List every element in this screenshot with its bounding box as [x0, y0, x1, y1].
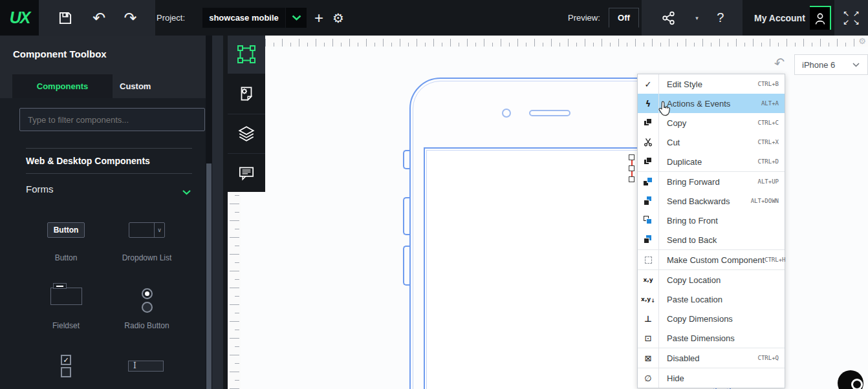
device-selector-value: iPhone 6 [802, 60, 835, 70]
send-to-back-icon [638, 230, 659, 249]
caret-down-icon: ▾ [695, 15, 699, 21]
menu-item-copy-dimensions[interactable]: ⊥ Copy Dimensions [638, 309, 785, 328]
share-icon [660, 10, 677, 26]
layers-button[interactable] [228, 114, 265, 154]
menu-item-bring-to-front[interactable]: Bring to Front [638, 211, 785, 230]
share-help-group: ▾ ? [642, 0, 743, 36]
undo-icon: ↶ [92, 9, 105, 26]
page-settings-button[interactable] [228, 74, 265, 114]
person-icon [814, 12, 827, 26]
menu-item-duplicate[interactable]: Duplicate CTRL+D [638, 152, 785, 171]
forms-group-label: Forms [26, 184, 54, 194]
component-radio-checked[interactable] [142, 288, 153, 299]
component-search [19, 108, 205, 131]
menu-item-send-to-back[interactable]: Send to Back [638, 230, 785, 249]
tab-custom[interactable]: Custom [113, 74, 184, 98]
redo-icon: ↷ [124, 9, 136, 26]
menu-item-cut[interactable]: Cut CTRL+X [638, 132, 785, 152]
horizontal-ruler: ⚙ [228, 36, 868, 47]
duplicate-icon [638, 152, 659, 171]
component-dropdown-list[interactable]: ∨ [129, 222, 165, 238]
component-label: Radio Button [107, 321, 187, 330]
tab-components[interactable]: Components [12, 74, 113, 98]
resize-handle[interactable] [629, 165, 635, 171]
component-checkbox-unchecked[interactable] [61, 367, 71, 377]
bring-to-front-icon [638, 211, 659, 230]
page-gear-icon [237, 84, 256, 103]
context-menu: ✓ Edit Style CTRL+B ϟ Actions & Events A… [637, 74, 785, 388]
my-account-link[interactable]: My Account [754, 0, 805, 36]
menu-item-edit-style[interactable]: ✓ Edit Style CTRL+B [638, 74, 785, 94]
component-checkbox-checked[interactable]: ✓ [61, 355, 71, 365]
forms-group-header[interactable]: Forms [26, 184, 192, 194]
gear-icon: ⚙ [332, 10, 344, 26]
scissors-icon [638, 132, 659, 152]
component-fieldset[interactable] [50, 288, 82, 305]
share-button[interactable] [660, 10, 677, 26]
component-label: Button [26, 253, 106, 262]
panel-scrollbar-thumb[interactable] [206, 163, 212, 389]
design-canvas[interactable]: ⚙ ↶ iPhone 6 ✓ Edi [228, 36, 868, 389]
comments-button[interactable] [228, 154, 265, 192]
divider [26, 173, 192, 174]
save-icon [57, 10, 74, 26]
fullscreen-icon: ↖↗ ↙↘ [842, 10, 861, 26]
component-radio-unchecked[interactable] [142, 302, 153, 313]
select-tool-button[interactable] [228, 36, 265, 74]
layers-icon [237, 124, 256, 143]
left-tool-strip [228, 36, 265, 192]
account-avatar[interactable] [810, 6, 831, 30]
panel-gap [212, 36, 223, 389]
device-selector[interactable]: iPhone 6 [794, 54, 868, 75]
menu-item-make-custom-component[interactable]: Make Custom Component CTRL+H [638, 250, 785, 269]
chat-widget-badge [851, 379, 863, 389]
plus-icon: + [314, 9, 323, 27]
menu-item-disabled[interactable]: ⊠ Disabled CTRL+Q [638, 348, 785, 368]
app-logo[interactable]: UX [0, 0, 39, 36]
copy-icon [638, 113, 659, 132]
mouse-cursor-hand [657, 101, 671, 121]
preview-toggle-value: Off [618, 13, 630, 23]
settings-button[interactable]: ⚙ [329, 0, 348, 36]
file-actions-group: ↶ ↷ [39, 0, 155, 36]
menu-item-send-backwards[interactable]: Send Backwards ALT+DOWN [638, 191, 785, 211]
phone-speaker [529, 110, 570, 116]
component-button[interactable]: Button [47, 222, 85, 238]
redo-button[interactable]: ↷ [124, 9, 136, 27]
disabled-icon: ⊠ [638, 348, 659, 368]
panel-scrollbar [206, 36, 212, 389]
menu-item-hide[interactable]: ∅ Hide [638, 368, 785, 388]
send-backwards-icon [638, 191, 659, 211]
select-tool-icon [236, 44, 257, 65]
menu-item-paste-dimensions[interactable]: ⊡ Paste Dimensions [638, 328, 785, 348]
component-search-input[interactable] [20, 115, 204, 125]
component-label: Dropdown List [107, 253, 187, 262]
uxpin-editor: UX ↶ ↷ Project: showcase mobile + ⚙ Prev… [0, 0, 868, 389]
phone-camera [502, 109, 511, 118]
rotate-canvas-icon[interactable]: ↶ [772, 54, 787, 72]
menu-item-copy-location[interactable]: x,y Copy Location [638, 270, 785, 289]
fullscreen-button[interactable]: ↖↗ ↙↘ [834, 0, 868, 36]
tab-components-label: Components [37, 81, 88, 91]
add-page-button[interactable]: + [310, 0, 327, 36]
project-select-value: showcase mobile [209, 13, 279, 23]
menu-item-paste-location[interactable]: x,y Paste Location [638, 289, 785, 309]
paste-location-icon: x,y [638, 289, 659, 309]
preview-label: Preview: [568, 0, 600, 36]
help-button[interactable]: ? [717, 10, 724, 25]
resize-handle[interactable] [629, 154, 635, 160]
preview-toggle[interactable]: Off [609, 8, 639, 28]
component-text-input[interactable]: I [128, 361, 164, 372]
project-select[interactable]: showcase mobile [202, 8, 285, 28]
save-button[interactable] [57, 10, 74, 26]
menu-item-bring-forward[interactable]: Bring Forward ALT+UP [638, 172, 785, 191]
ruler-settings-icon[interactable]: ⚙ [858, 36, 866, 46]
share-dropdown-caret[interactable]: ▾ [695, 15, 699, 21]
project-select-caret[interactable] [286, 8, 307, 28]
logo-text: UX [10, 8, 30, 27]
resize-handle[interactable] [629, 176, 635, 182]
dropdown-chevron-icon: ∨ [154, 223, 164, 237]
check-icon: ✓ [63, 356, 69, 364]
radio-dot [145, 291, 149, 296]
undo-button[interactable]: ↶ [92, 9, 105, 27]
